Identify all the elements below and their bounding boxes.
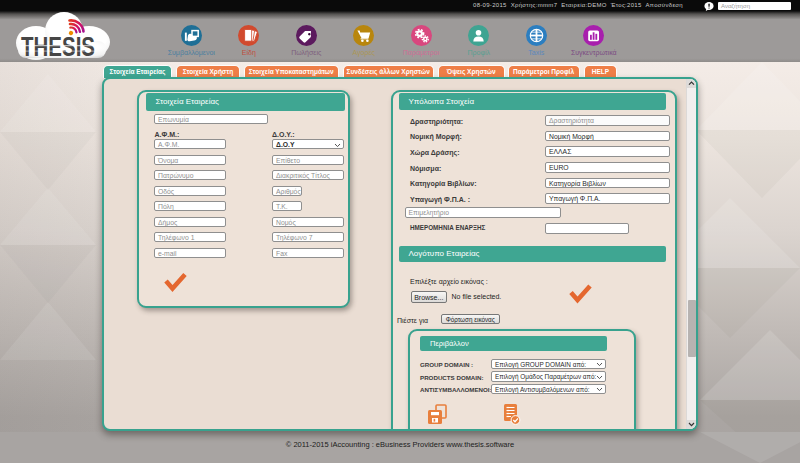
svg-text:THESIS: THESIS xyxy=(21,31,95,62)
